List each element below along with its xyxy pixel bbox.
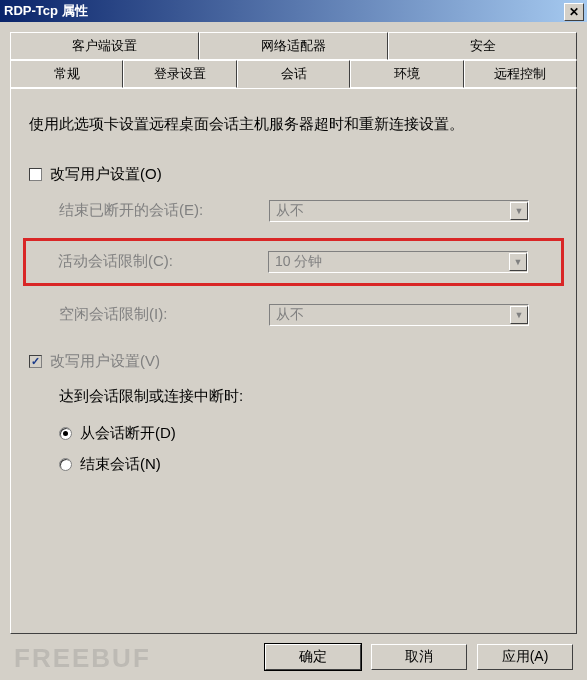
- select-end-disconnected-value: 从不: [276, 202, 304, 220]
- radio-end-session[interactable]: [59, 458, 72, 471]
- tabs-row-1: 客户端设置 网络适配器 安全: [10, 32, 577, 60]
- tab-client-settings[interactable]: 客户端设置: [10, 32, 199, 60]
- tabs-row-2: 常规 登录设置 会话 环境 远程控制: [10, 60, 577, 88]
- tab-general[interactable]: 常规: [10, 60, 123, 88]
- checkbox-override-1-label: 改写用户设置(O): [50, 165, 162, 184]
- radio-disconnect-label: 从会话断开(D): [80, 424, 176, 443]
- label-active-limit: 活动会话限制(C):: [58, 252, 268, 271]
- close-icon: ✕: [569, 5, 579, 19]
- select-idle-limit[interactable]: 从不 ▼: [269, 304, 529, 326]
- tab-sessions[interactable]: 会话: [237, 60, 350, 88]
- checkbox-override-1[interactable]: [29, 168, 42, 181]
- panel-description: 使用此选项卡设置远程桌面会话主机服务器超时和重新连接设置。: [29, 111, 558, 137]
- select-active-limit[interactable]: 10 分钟 ▼: [268, 251, 528, 273]
- checkbox-override-2-label: 改写用户设置(V): [50, 352, 160, 371]
- tab-panel-sessions: 使用此选项卡设置远程桌面会话主机服务器超时和重新连接设置。 改写用户设置(O) …: [10, 88, 577, 634]
- field-active-limit: 活动会话限制(C): 10 分钟 ▼: [58, 251, 553, 273]
- field-end-disconnected: 结束已断开的会话(E): 从不 ▼: [59, 200, 558, 222]
- tab-environment[interactable]: 环境: [350, 60, 463, 88]
- checkbox-override-2[interactable]: [29, 355, 42, 368]
- cancel-button[interactable]: 取消: [371, 644, 467, 670]
- action-heading: 达到会话限制或连接中断时:: [59, 387, 558, 406]
- dialog-body: 客户端设置 网络适配器 安全 常规 登录设置 会话 环境 远程控制 使用此选项卡…: [0, 22, 587, 680]
- window-title: RDP-Tcp 属性: [4, 2, 88, 20]
- chevron-down-icon: ▼: [510, 202, 528, 220]
- tab-network-adapter[interactable]: 网络适配器: [199, 32, 388, 60]
- titlebar: RDP-Tcp 属性 ✕: [0, 0, 587, 22]
- radio-end-row[interactable]: 结束会话(N): [59, 455, 558, 474]
- ok-button[interactable]: 确定: [265, 644, 361, 670]
- label-idle-limit: 空闲会话限制(I):: [59, 305, 269, 324]
- override-user-settings-2-row[interactable]: 改写用户设置(V): [29, 352, 558, 371]
- select-active-limit-value: 10 分钟: [275, 253, 322, 271]
- tab-logon-settings[interactable]: 登录设置: [123, 60, 236, 88]
- radio-end-label: 结束会话(N): [80, 455, 161, 474]
- tab-security[interactable]: 安全: [388, 32, 577, 60]
- tab-remote-control[interactable]: 远程控制: [464, 60, 577, 88]
- label-end-disconnected: 结束已断开的会话(E):: [59, 201, 269, 220]
- highlight-active-limit: 活动会话限制(C): 10 分钟 ▼: [23, 238, 564, 286]
- apply-button[interactable]: 应用(A): [477, 644, 573, 670]
- select-idle-limit-value: 从不: [276, 306, 304, 324]
- field-idle-limit: 空闲会话限制(I): 从不 ▼: [59, 304, 558, 326]
- close-button[interactable]: ✕: [564, 3, 584, 21]
- chevron-down-icon: ▼: [509, 253, 527, 271]
- radio-disconnect-row[interactable]: 从会话断开(D): [59, 424, 558, 443]
- chevron-down-icon: ▼: [510, 306, 528, 324]
- radio-disconnect[interactable]: [59, 427, 72, 440]
- dialog-button-row: 确定 取消 应用(A): [10, 634, 577, 670]
- select-end-disconnected[interactable]: 从不 ▼: [269, 200, 529, 222]
- override-user-settings-1-row[interactable]: 改写用户设置(O): [29, 165, 558, 184]
